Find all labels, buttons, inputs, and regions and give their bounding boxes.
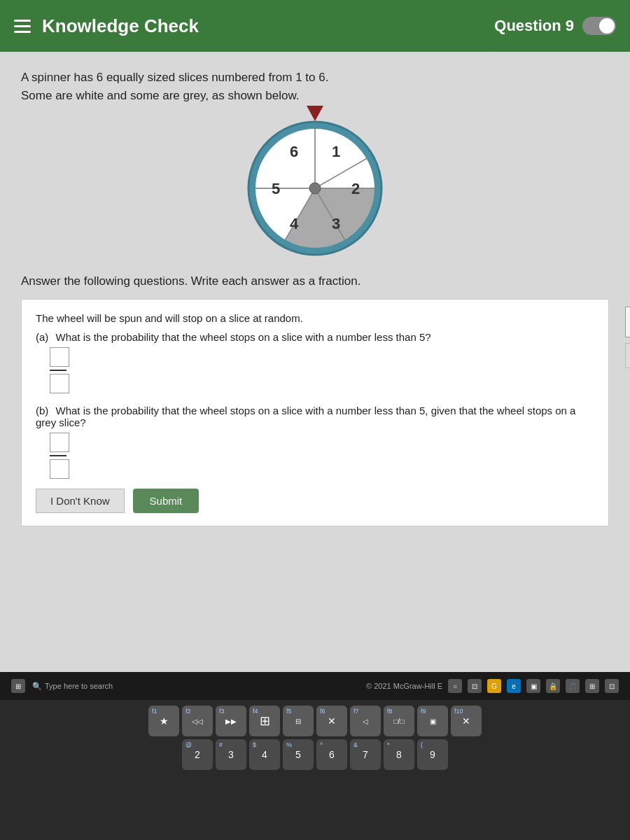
part-b-numerator-input[interactable] bbox=[50, 433, 69, 452]
svg-point-8 bbox=[309, 183, 321, 194]
taskbar-icon-chrome[interactable]: G bbox=[487, 679, 501, 693]
taskbar-icon-edge[interactable]: e bbox=[507, 679, 521, 693]
svg-text:3: 3 bbox=[332, 215, 340, 232]
taskbar-icon-1[interactable]: ○ bbox=[448, 679, 462, 693]
svg-text:6: 6 bbox=[290, 143, 298, 160]
taskbar-right: © 2021 McGraw-Hill E ○ ⊡ G e ▣ 🔒 🎵 ⊞ ⊡ bbox=[366, 679, 619, 693]
svg-text:2: 2 bbox=[351, 180, 360, 197]
close-button[interactable]: × bbox=[625, 343, 630, 368]
svg-text:4: 4 bbox=[290, 215, 299, 232]
key-f3[interactable]: f3 ▶▶ bbox=[216, 706, 246, 736]
taskbar-icon-3[interactable]: ▣ bbox=[526, 679, 540, 693]
part-a-input-area bbox=[50, 347, 594, 393]
hamburger-menu[interactable] bbox=[14, 20, 31, 33]
problem-line-1: A spinner has 6 equally sized slices num… bbox=[21, 69, 609, 87]
svg-text:5: 5 bbox=[272, 180, 280, 197]
fraction-tool: □ □ × bbox=[625, 307, 630, 368]
hamburger-line-2 bbox=[14, 25, 31, 27]
taskbar-left: ⊞ 🔍 Type here to search bbox=[11, 679, 113, 693]
windows-icon[interactable]: ⊞ bbox=[11, 679, 25, 693]
key-f2[interactable]: f2 ◁◁ bbox=[182, 706, 213, 736]
taskbar-icon-7[interactable]: ⊡ bbox=[605, 679, 619, 693]
key-5[interactable]: % 5 bbox=[283, 739, 314, 770]
key-7[interactable]: & 7 bbox=[350, 739, 381, 770]
key-f7[interactable]: f7 ◁ bbox=[350, 706, 381, 736]
problem-text: A spinner has 6 equally sized slices num… bbox=[21, 69, 609, 104]
question-box: □ □ × The wheel will be spun and will st… bbox=[21, 299, 609, 526]
key-9[interactable]: ( 9 bbox=[417, 739, 448, 770]
part-b-label: (b) What is the probability that the whe… bbox=[36, 405, 594, 428]
search-text[interactable]: Type here to search bbox=[45, 682, 113, 690]
dont-know-button[interactable]: I Don't Know bbox=[36, 489, 125, 513]
part-b-input-area bbox=[50, 433, 594, 479]
submit-button[interactable]: Submit bbox=[133, 489, 200, 513]
key-6[interactable]: ^ 6 bbox=[316, 739, 347, 770]
question-intro: The wheel will be spun and will stop on … bbox=[36, 312, 594, 324]
spinner-svg: 1 2 3 4 5 6 bbox=[245, 118, 385, 258]
taskbar-icon-5[interactable]: 🎵 bbox=[566, 679, 580, 693]
taskbar-icon-2[interactable]: ⊡ bbox=[468, 679, 482, 693]
fraction-symbol-button[interactable]: □ □ bbox=[625, 307, 630, 337]
answer-instruction: Answer the following questions. Write ea… bbox=[21, 272, 609, 290]
key-2[interactable]: @ 2 bbox=[182, 739, 213, 770]
toggle-switch[interactable] bbox=[582, 17, 616, 35]
key-f4[interactable]: f4 ⊞ bbox=[249, 706, 280, 736]
action-buttons: I Don't Know Submit bbox=[36, 489, 594, 513]
key-f6[interactable]: f6 ✕ bbox=[316, 706, 347, 736]
taskbar: ⊞ 🔍 Type here to search © 2021 McGraw-Hi… bbox=[0, 672, 630, 700]
part-a-label: (a) What is the probability that the whe… bbox=[36, 331, 594, 343]
hamburger-line-3 bbox=[14, 31, 31, 33]
key-f9[interactable]: f9 ▣ bbox=[417, 706, 448, 736]
key-f10[interactable]: f10 ✕ bbox=[451, 706, 482, 736]
top-bar: Knowledge Check Question 9 bbox=[0, 0, 630, 52]
part-a-fraction-line bbox=[50, 370, 66, 371]
top-bar-right: Question 9 bbox=[494, 17, 616, 35]
part-a-numerator-input[interactable] bbox=[50, 347, 69, 367]
key-f8[interactable]: f8 □/□ bbox=[384, 706, 414, 736]
spinner-container: 1 2 3 4 5 6 bbox=[21, 118, 609, 258]
spinner-wrapper: 1 2 3 4 5 6 bbox=[245, 118, 385, 258]
key-f5[interactable]: f5 ⊟ bbox=[283, 706, 314, 736]
problem-line-2: Some are white and some are grey, as sho… bbox=[21, 87, 609, 105]
keyboard-area: f1 ★ f2 ◁◁ f3 ▶▶ f4 ⊞ f5 ⊟ f6 ✕ f7 ◁ f8 bbox=[0, 700, 630, 840]
part-b-denominator-input[interactable] bbox=[50, 459, 69, 479]
key-4[interactable]: $ 4 bbox=[249, 739, 280, 770]
taskbar-icon-4[interactable]: 🔒 bbox=[546, 679, 560, 693]
svg-text:1: 1 bbox=[332, 143, 340, 160]
fn-key-row: f1 ★ f2 ◁◁ f3 ▶▶ f4 ⊞ f5 ⊟ f6 ✕ f7 ◁ f8 bbox=[7, 706, 623, 736]
key-mute[interactable]: f1 ★ bbox=[148, 706, 179, 736]
sub-question-a: (a) What is the probability that the whe… bbox=[36, 331, 594, 393]
top-bar-left: Knowledge Check bbox=[14, 15, 199, 37]
spinner-arrow bbox=[307, 106, 323, 121]
search-area: 🔍 Type here to search bbox=[32, 682, 113, 691]
hamburger-line-1 bbox=[14, 20, 31, 22]
page-title: Knowledge Check bbox=[42, 15, 199, 37]
question-label: Question 9 bbox=[494, 17, 574, 35]
part-a-denominator-input[interactable] bbox=[50, 374, 69, 393]
search-icon: 🔍 bbox=[32, 682, 42, 691]
taskbar-icon-6[interactable]: ⊞ bbox=[585, 679, 599, 693]
part-b-fraction-line bbox=[50, 455, 66, 456]
main-content: A spinner has 6 equally sized slices num… bbox=[0, 52, 630, 700]
key-8[interactable]: * 8 bbox=[384, 739, 414, 770]
number-key-row: @ 2 # 3 $ 4 % 5 ^ 6 & 7 * 8 ( 9 bbox=[7, 739, 623, 770]
sub-question-b: (b) What is the probability that the whe… bbox=[36, 405, 594, 479]
copyright-text: © 2021 McGraw-Hill E bbox=[366, 682, 442, 690]
key-3[interactable]: # 3 bbox=[216, 739, 246, 770]
